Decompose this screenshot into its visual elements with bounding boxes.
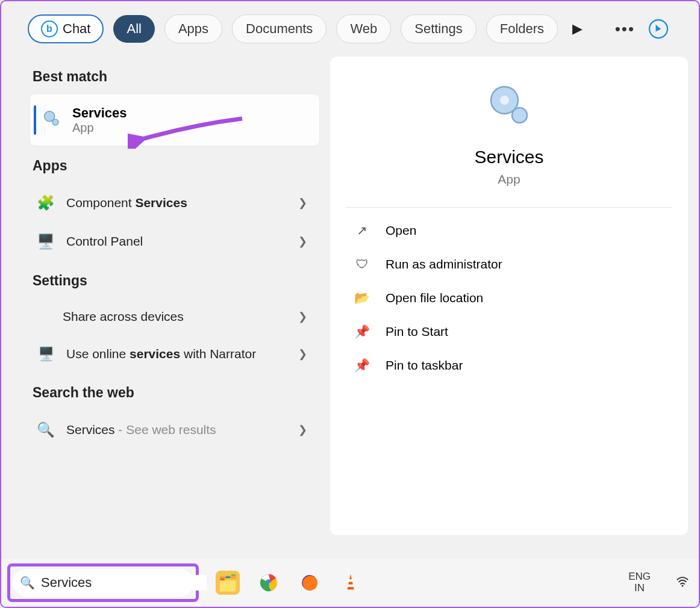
action-label: Run as administrator	[386, 257, 502, 271]
result-web-services[interactable]: 🔍 Services - See web results ❯	[30, 411, 319, 449]
lang-secondary: IN	[628, 583, 651, 594]
divider	[346, 207, 672, 208]
result-component-services[interactable]: 🧩 Component Services ❯	[30, 184, 319, 222]
chevron-right-icon: ❯	[298, 196, 307, 209]
results-column: Best match Services App Apps 🧩 Component…	[12, 57, 319, 535]
windows-search-panel: b Chat All Apps Documents Web Settings F…	[1, 1, 699, 559]
svg-point-11	[682, 585, 684, 586]
chevron-right-icon: ❯	[298, 347, 307, 361]
best-match-services[interactable]: Services App	[30, 95, 319, 146]
result-control-panel[interactable]: 🖥️ Control Panel ❯	[30, 222, 319, 261]
more-options-icon[interactable]: •••	[615, 20, 635, 39]
taskbar-file-explorer-icon[interactable]: 🗂️	[216, 571, 240, 595]
svg-rect-10	[348, 585, 354, 587]
result-label: Services - See web results	[66, 423, 216, 437]
tab-web[interactable]: Web	[336, 14, 391, 43]
tab-apps[interactable]: Apps	[164, 14, 222, 43]
pin-icon: 📌	[354, 358, 370, 373]
taskbar-chrome-icon[interactable]	[257, 571, 281, 595]
taskbar-vlc-icon[interactable]	[339, 571, 363, 595]
preview-gear-icon	[485, 81, 533, 129]
pin-icon: 📌	[354, 324, 370, 339]
result-label: Control Panel	[66, 234, 143, 249]
result-share-across-devices[interactable]: Share across devices ❯	[30, 299, 319, 335]
action-pin-taskbar[interactable]: 📌 Pin to taskbar	[346, 349, 672, 382]
best-match-header: Best match	[33, 69, 319, 85]
best-match-title: Services	[72, 105, 127, 121]
bing-chat-icon: b	[41, 20, 58, 37]
tabs-overflow-arrow-icon[interactable]: ▶	[567, 21, 587, 37]
action-label: Open	[386, 223, 416, 238]
taskbar-search-input[interactable]	[41, 575, 207, 591]
tab-documents[interactable]: Documents	[232, 14, 327, 43]
tab-settings[interactable]: Settings	[401, 14, 477, 43]
search-icon: 🔍	[36, 421, 55, 438]
settings-header: Settings	[33, 273, 319, 289]
services-gear-icon	[41, 108, 61, 132]
shield-icon: 🛡	[354, 257, 370, 271]
open-icon: ↗	[354, 223, 370, 238]
bing-icon	[648, 18, 669, 40]
filter-tabs-row: b Chat All Apps Documents Web Settings F…	[1, 1, 699, 57]
search-web-header: Search the web	[33, 385, 319, 401]
component-services-icon: 🧩	[36, 194, 55, 211]
chat-pill[interactable]: b Chat	[28, 14, 104, 43]
taskbar-search-box[interactable]: 🔍	[13, 569, 193, 597]
tab-all[interactable]: All	[113, 15, 154, 43]
chevron-right-icon: ❯	[298, 235, 307, 248]
preview-subtitle: App	[346, 172, 672, 187]
taskbar: 🔍 🗂️ ENG IN	[1, 559, 699, 607]
preview-title: Services	[346, 147, 672, 167]
action-open[interactable]: ↗ Open	[346, 214, 672, 247]
action-label: Pin to Start	[386, 324, 448, 339]
wifi-icon[interactable]	[672, 575, 693, 591]
taskbar-firefox-icon[interactable]	[298, 571, 322, 595]
result-label: Share across devices	[36, 309, 184, 324]
svg-point-5	[512, 108, 527, 123]
tab-folders[interactable]: Folders	[486, 14, 558, 43]
apps-header: Apps	[33, 158, 319, 174]
svg-point-4	[500, 96, 509, 105]
action-pin-start[interactable]: 📌 Pin to Start	[346, 315, 672, 349]
search-icon: 🔍	[20, 575, 35, 590]
svg-rect-9	[348, 579, 352, 582]
preview-panel: Services App ↗ Open 🛡 Run as administrat…	[330, 57, 688, 535]
narrator-icon: 🖥️	[36, 346, 55, 362]
svg-point-2	[52, 119, 58, 125]
chat-label: Chat	[63, 21, 90, 37]
best-match-subtitle: App	[72, 121, 127, 135]
result-label: Use online services with Narrator	[66, 346, 256, 362]
chevron-right-icon: ❯	[298, 423, 307, 436]
result-label: Component Services	[66, 196, 187, 210]
lang-primary: ENG	[628, 571, 651, 583]
action-open-location[interactable]: 📂 Open file location	[346, 281, 672, 315]
action-label: Pin to taskbar	[386, 358, 463, 373]
action-run-admin[interactable]: 🛡 Run as administrator	[346, 247, 672, 281]
action-label: Open file location	[386, 291, 483, 305]
chevron-right-icon: ❯	[298, 310, 307, 323]
bing-logo-button[interactable]	[645, 15, 672, 43]
folder-icon: 📂	[354, 291, 370, 305]
control-panel-icon: 🖥️	[36, 233, 55, 250]
taskbar-search-highlight: 🔍	[7, 563, 199, 602]
result-online-services-narrator[interactable]: 🖥️ Use online services with Narrator ❯	[30, 335, 319, 373]
language-indicator[interactable]: ENG IN	[628, 571, 655, 594]
